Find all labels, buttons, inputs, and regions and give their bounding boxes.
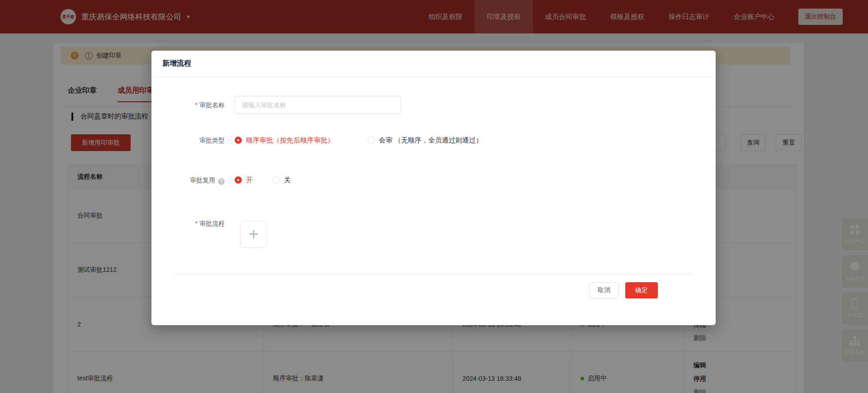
radio-label: 顺序审批（按先后顺序审批）: [246, 136, 334, 145]
modal-footer-divider: [174, 274, 693, 275]
radio-label: 关: [284, 176, 291, 185]
radio-reuse-off[interactable]: 关: [273, 171, 291, 189]
radio-selected-icon[interactable]: [235, 137, 242, 144]
radio-sequential-approval[interactable]: 顺序审批（按先后顺序审批）: [235, 131, 334, 149]
approval-type-row: 审批类型 顺序审批（按先后顺序审批） 会审 （无顺序，全员通过则通过）: [151, 131, 716, 149]
radio-reuse-on[interactable]: 开: [235, 171, 253, 189]
radio-unselected-icon[interactable]: [368, 137, 375, 144]
confirm-button[interactable]: 确定: [625, 282, 658, 298]
add-flow-node-button[interactable]: +: [240, 221, 267, 248]
add-flow-modal: 新增流程 *审批名称 审批类型 顺序审批（按先后顺序审批） 会审 （无顺序，全员…: [151, 51, 716, 325]
required-asterisk: *: [195, 101, 198, 109]
radio-label: 开: [246, 176, 253, 185]
approval-reuse-label: 审批复用?: [151, 171, 225, 189]
radio-selected-icon[interactable]: [235, 176, 242, 184]
plus-icon: +: [249, 225, 258, 244]
approval-flow-row: *审批流程: [151, 219, 716, 237]
radio-joint-approval[interactable]: 会审 （无顺序，全员通过则通过）: [368, 131, 482, 149]
approval-name-row: *审批名称: [151, 96, 716, 114]
approval-type-label: 审批类型: [151, 131, 225, 149]
cancel-button[interactable]: 取消: [589, 282, 619, 298]
approval-reuse-row: 审批复用? 开 关: [151, 171, 716, 189]
approval-flow-label: *审批流程: [151, 219, 225, 228]
required-asterisk: *: [195, 220, 198, 227]
radio-label: 会审 （无顺序，全员通过则通过）: [379, 136, 482, 145]
help-icon[interactable]: ?: [218, 178, 225, 185]
modal-title: 新增流程: [151, 51, 716, 77]
approval-name-label: *审批名称: [151, 96, 225, 114]
radio-unselected-icon[interactable]: [273, 176, 280, 184]
approval-name-input[interactable]: [235, 96, 401, 114]
